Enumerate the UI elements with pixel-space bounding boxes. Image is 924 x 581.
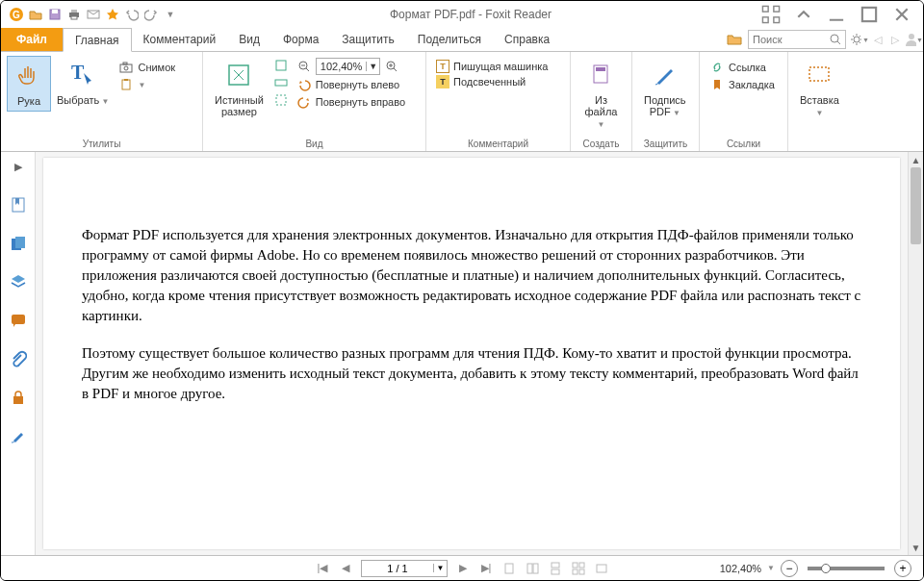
user-icon[interactable]: ▼ [904, 28, 923, 51]
tab-view[interactable]: Вид [227, 28, 271, 51]
snapshot-button[interactable]: Снимок [118, 60, 175, 75]
view-mode-2-icon[interactable] [525, 561, 540, 576]
zoom-out-button[interactable]: − [781, 560, 798, 577]
zoom-in-icon[interactable] [384, 59, 399, 74]
select-icon: T [67, 60, 98, 90]
bookmarks-panel-icon[interactable] [8, 194, 29, 215]
link-button[interactable]: Ссылка [709, 60, 775, 75]
qa-dropdown-icon[interactable]: ▼ [161, 5, 180, 24]
tab-help[interactable]: Справка [493, 28, 561, 51]
svg-rect-9 [774, 6, 780, 12]
tab-share[interactable]: Поделиться [406, 28, 493, 51]
svg-rect-52 [597, 565, 606, 572]
tab-comment[interactable]: Комментарий [132, 28, 228, 51]
search-input[interactable] [748, 30, 846, 49]
minimize-icon[interactable] [827, 5, 846, 24]
insert-button[interactable]: Вставка ▼ [794, 56, 845, 121]
fit-visible-icon [273, 92, 289, 108]
svg-rect-25 [276, 61, 286, 70]
tab-file[interactable]: Файл [1, 28, 63, 51]
title-bar: G ▼ Формат PDF.pdf - Foxit Reader [1, 1, 923, 28]
page[interactable]: Формат PDF используется для хранения эле… [43, 158, 900, 549]
redo-icon[interactable] [141, 5, 161, 24]
page-number-input[interactable]: 1 / 1▼ [361, 560, 448, 577]
rotate-right-icon [296, 94, 312, 110]
pages-panel-icon[interactable] [8, 233, 29, 254]
window-title: Формат PDF.pdf - Foxit Reader [180, 8, 761, 21]
svg-rect-50 [573, 569, 578, 574]
zoom-out-icon[interactable] [296, 59, 312, 74]
star-icon[interactable] [103, 5, 122, 24]
collapse-ribbon-icon[interactable] [794, 5, 813, 24]
scroll-thumb[interactable] [911, 167, 921, 244]
svg-rect-44 [527, 564, 532, 573]
view-mode-1-icon[interactable] [501, 561, 517, 576]
zoom-label: 102,40% [720, 563, 761, 574]
app-icon[interactable]: G [7, 5, 26, 24]
view-mode-5-icon[interactable] [594, 561, 609, 576]
pdf-sign-button[interactable]: Подпись PDF ▼ [638, 56, 692, 121]
prev-page-icon[interactable]: ◀ [338, 561, 353, 576]
from-file-button[interactable]: Из файла ▼ [577, 56, 626, 133]
bookmark-button[interactable]: Закладка [709, 77, 775, 92]
select-tool-button[interactable]: T Выбрать ▼ [51, 56, 115, 110]
svg-rect-21 [123, 63, 127, 64]
tab-protect[interactable]: Защитить [330, 28, 405, 51]
typewriter-button[interactable]: TПишущая машинка [436, 60, 548, 73]
hand-tool-button[interactable]: Рука [7, 56, 51, 112]
print-icon[interactable] [64, 5, 84, 24]
insert-icon [804, 60, 834, 90]
signatures-panel-icon[interactable] [8, 425, 29, 446]
fit-visible-button[interactable] [273, 92, 289, 108]
clipboard-button[interactable]: ▼ [118, 77, 175, 92]
search-icon[interactable] [826, 30, 845, 49]
search-field[interactable] [749, 34, 826, 45]
vertical-scrollbar[interactable]: ▲ ▼ [908, 152, 923, 555]
rotate-left-button[interactable]: Повернуть влево [296, 77, 405, 92]
scroll-down-icon[interactable]: ▼ [909, 540, 923, 555]
navigation-pane: ▶ [1, 152, 36, 555]
gear-icon[interactable]: ▼ [850, 28, 869, 51]
fit-width-button[interactable] [273, 75, 289, 90]
tab-home[interactable]: Главная [63, 28, 132, 52]
undo-icon[interactable] [122, 5, 141, 24]
group-comment: TПишущая машинка TПодсвеченный Комментар… [426, 52, 571, 151]
first-page-icon[interactable]: |◀ [315, 561, 330, 576]
document-area: Формат PDF используется для хранения эле… [36, 152, 923, 555]
expand-icon[interactable]: ▶ [8, 156, 29, 177]
svg-rect-13 [862, 8, 876, 21]
svg-rect-11 [774, 17, 780, 23]
layers-panel-icon[interactable] [8, 271, 29, 292]
scroll-up-

 [interactable]: ▲ [909, 152, 923, 167]
typewriter-icon: T [436, 60, 449, 73]
actual-size-button[interactable]: Истинный размер [209, 56, 270, 121]
paragraph: Формат PDF используется для хранения эле… [82, 225, 861, 326]
security-panel-icon[interactable] [8, 387, 29, 408]
zoom-in-button[interactable]: + [894, 560, 911, 577]
view-mode-3-icon[interactable] [548, 561, 563, 576]
tab-form[interactable]: Форма [271, 28, 330, 51]
folder-icon[interactable] [725, 28, 744, 51]
email-icon[interactable] [84, 5, 103, 24]
svg-rect-51 [579, 569, 584, 574]
fit-page-button[interactable] [273, 58, 289, 73]
highlight-button[interactable]: TПодсвеченный [436, 75, 548, 88]
group-links: Ссылка Закладка Ссылки [700, 52, 788, 151]
view-mode-4-icon[interactable] [571, 561, 586, 576]
zoom-slider[interactable] [808, 567, 885, 570]
fullscreen-icon[interactable] [761, 5, 781, 24]
close-icon[interactable] [892, 5, 911, 24]
save-icon[interactable] [45, 5, 64, 24]
next-icon[interactable]: ▷ [886, 28, 904, 51]
prev-icon[interactable]: ◁ [869, 28, 886, 51]
last-page-icon[interactable]: ▶| [478, 561, 494, 576]
maximize-icon[interactable] [860, 5, 879, 24]
next-page-icon[interactable]: ▶ [455, 561, 471, 576]
comments-panel-icon[interactable] [8, 310, 29, 331]
open-icon[interactable] [26, 5, 45, 24]
camera-icon [118, 60, 134, 75]
svg-rect-3 [52, 10, 58, 13]
zoom-combo[interactable]: 102,40%▼ [316, 58, 380, 75]
attachments-panel-icon[interactable] [8, 348, 29, 369]
rotate-right-button[interactable]: Повернуть вправо [296, 94, 405, 110]
